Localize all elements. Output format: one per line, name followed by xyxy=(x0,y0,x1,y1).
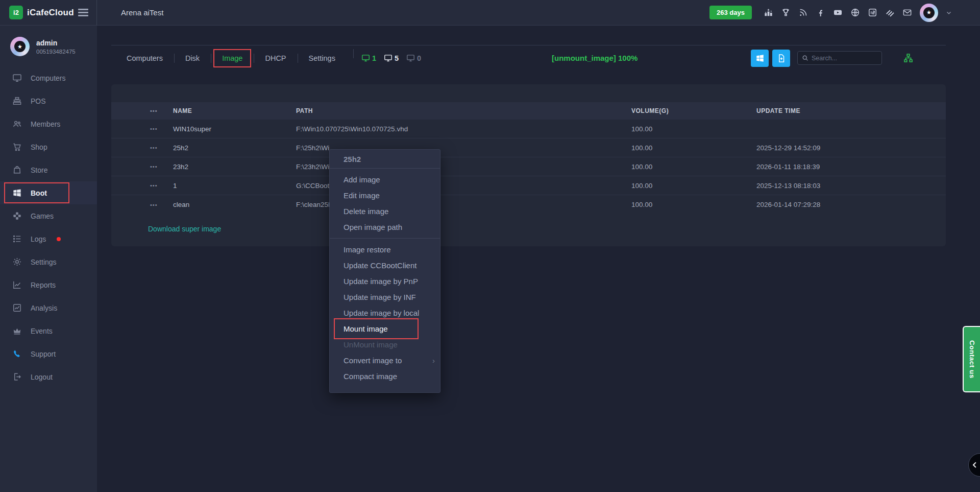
menu-item-update-ccbootclient[interactable]: Update CCBootClient xyxy=(330,257,440,273)
download-super-image-link[interactable]: Download super image xyxy=(148,225,221,233)
contact-us-ribbon[interactable]: Contact us xyxy=(963,326,980,392)
col-update-time: UPDATE TIME xyxy=(756,107,946,114)
sidebar-item-store[interactable]: Store xyxy=(0,158,97,181)
crown-icon xyxy=(12,326,22,336)
menu-item-delete-image[interactable]: Delete image xyxy=(330,203,440,219)
menu-item-compact-image[interactable]: Compact image xyxy=(330,368,440,384)
sidebar-nav: Computers POS Members Shop Store Boot Ga… xyxy=(0,66,97,388)
sidebar-item-pos[interactable]: POS xyxy=(0,89,97,112)
facebook-icon[interactable] xyxy=(816,8,825,17)
gear-icon xyxy=(12,257,22,267)
user-id: 005193482475 xyxy=(36,49,76,55)
image-context-menu: 25h2 Add image Edit image Delete image O… xyxy=(329,149,440,393)
search-input[interactable] xyxy=(812,55,877,62)
user-block[interactable]: ★ admin 005193482475 xyxy=(0,26,97,56)
ranking-podium-icon[interactable] xyxy=(764,8,773,17)
row-menu-button[interactable]: ••• xyxy=(111,126,173,132)
tiles-icon[interactable] xyxy=(885,8,895,17)
rss-icon[interactable] xyxy=(798,8,808,17)
pc-count-used: 5 xyxy=(384,54,399,62)
windows-icon xyxy=(12,188,22,198)
menu-item-open-image-path[interactable]: Open image path xyxy=(330,219,440,235)
sidebar: ★ admin 005193482475 Computers POS Membe… xyxy=(0,26,97,492)
logo: i2 iCafeCloud xyxy=(0,0,97,25)
license-days-badge[interactable]: 263 days xyxy=(709,6,752,19)
menu-item-update-image-by-inf[interactable]: Update image by INF xyxy=(330,289,440,305)
table-header: ••• NAME PATH VOLUME(G) UPDATE TIME xyxy=(111,102,946,120)
medal-icon: ★ xyxy=(14,41,26,52)
medal-icon: ★ xyxy=(923,7,935,18)
network-sitemap-icon[interactable] xyxy=(903,53,913,63)
topbar-actions: 263 days ★ xyxy=(709,4,980,22)
sidebar-item-logout[interactable]: Logout xyxy=(0,365,97,388)
user-avatar[interactable]: ★ xyxy=(920,4,938,22)
row-menu-button[interactable]: ••• xyxy=(111,202,173,208)
menu-item-update-image-by-local[interactable]: Update image by local xyxy=(330,305,440,321)
hamburger-menu-icon[interactable] xyxy=(78,9,88,16)
context-menu-title: 25h2 xyxy=(330,150,440,168)
tab-dhcp[interactable]: DHCP xyxy=(254,45,297,71)
sidebar-item-support[interactable]: Support xyxy=(0,342,97,365)
cart-icon xyxy=(12,142,22,152)
pc-count-online: 1 xyxy=(361,54,376,62)
table-row[interactable]: ••• 25h2 F:\25h2\Wi 100.00 2025-12-29 14… xyxy=(111,138,946,157)
sidebar-item-members[interactable]: Members xyxy=(0,112,97,135)
add-image-button[interactable] xyxy=(772,50,790,67)
table-row[interactable]: ••• WIN10super F:\Win10.070725\Win10.070… xyxy=(111,120,946,138)
tab-settings[interactable]: Settings xyxy=(298,45,347,71)
table-row[interactable]: ••• 1 G:\CCBoot.v 100.00 2025-12-13 08:1… xyxy=(111,176,946,195)
menu-item-mount-image[interactable]: Mount image xyxy=(330,321,440,337)
youtube-icon[interactable] xyxy=(833,8,843,17)
icafe-mark-icon[interactable] xyxy=(868,8,877,17)
tab-image[interactable]: Image xyxy=(211,45,254,71)
sidebar-avatar: ★ xyxy=(10,37,30,56)
phone-icon xyxy=(12,349,22,359)
logo-text: iCafeCloud xyxy=(27,8,74,18)
table-row[interactable]: ••• clean F:\clean25h 100.00 2026-01-14 … xyxy=(111,195,946,214)
tab-disk[interactable]: Disk xyxy=(174,45,211,71)
monitor-icon xyxy=(406,54,415,62)
monitor-icon xyxy=(384,54,393,62)
members-icon xyxy=(12,119,22,129)
windows-boot-button[interactable] xyxy=(751,50,769,67)
sidebar-item-shop[interactable]: Shop xyxy=(0,135,97,158)
search-box xyxy=(797,51,882,65)
unmount-status-text: [unmount_image] 100% xyxy=(552,54,638,62)
menu-item-add-image[interactable]: Add image xyxy=(330,172,440,188)
tab-computers[interactable]: Computers xyxy=(111,45,174,71)
sidebar-item-settings[interactable]: Settings xyxy=(0,250,97,273)
topbar: i2 iCafeCloud Arena aiTest 263 days ★ xyxy=(0,0,980,26)
mail-icon[interactable] xyxy=(902,8,912,17)
pc-status-counts: 1 5 0 xyxy=(353,54,421,62)
gamepad-icon xyxy=(12,211,22,221)
sidebar-item-games[interactable]: Games xyxy=(0,204,97,227)
col-volume: VOLUME(G) xyxy=(631,107,756,114)
sidebar-item-boot[interactable]: Boot xyxy=(0,181,97,204)
user-name: admin xyxy=(36,39,76,47)
sidebar-item-reports[interactable]: Reports xyxy=(0,273,97,296)
menu-item-edit-image[interactable]: Edit image xyxy=(330,188,440,203)
monitor-icon xyxy=(12,73,22,83)
menu-item-update-image-by-pnp[interactable]: Update image by PnP xyxy=(330,273,440,289)
menu-item-unmount-image: UnMount image xyxy=(330,337,440,353)
globe-icon[interactable] xyxy=(850,8,860,17)
trophy-icon[interactable] xyxy=(781,8,791,17)
sidebar-item-events[interactable]: Events xyxy=(0,319,97,342)
table-row[interactable]: ••• 23h2 F:\23h2\Wi 100.00 2026-01-11 18… xyxy=(111,157,946,176)
row-menu-button[interactable]: ••• xyxy=(111,182,173,189)
row-menu-button[interactable]: ••• xyxy=(111,145,173,151)
bag-icon xyxy=(12,165,22,175)
table-body: ••• WIN10super F:\Win10.070725\Win10.070… xyxy=(111,120,946,214)
col-name: NAME xyxy=(173,107,296,114)
report-chart-icon xyxy=(12,280,22,290)
menu-item-convert-image-to[interactable]: Convert image to xyxy=(330,353,440,368)
chevron-down-icon[interactable] xyxy=(946,10,952,16)
chevron-left-icon xyxy=(970,460,979,470)
sidebar-item-analysis[interactable]: Analysis xyxy=(0,296,97,319)
sidebar-item-computers[interactable]: Computers xyxy=(0,66,97,89)
sidebar-item-logs[interactable]: Logs xyxy=(0,227,97,250)
menu-item-image-restore[interactable]: Image restore xyxy=(330,242,440,257)
row-menu-button[interactable]: ••• xyxy=(111,163,173,170)
image-table-panel: ••• NAME PATH VOLUME(G) UPDATE TIME ••• … xyxy=(111,84,946,246)
analysis-chart-icon xyxy=(12,303,22,313)
